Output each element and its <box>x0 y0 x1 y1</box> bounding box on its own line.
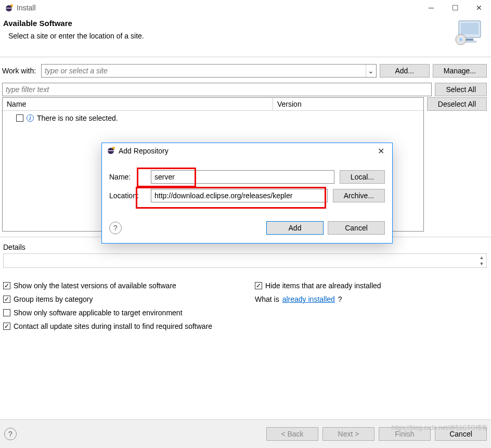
svg-rect-11 <box>108 150 114 151</box>
dialog-add-button[interactable]: Add <box>266 221 324 235</box>
finish-button[interactable]: Finish <box>379 427 431 441</box>
work-with-combo[interactable]: ⌄ <box>41 64 377 78</box>
dialog-help-icon[interactable]: ? <box>109 222 122 234</box>
wizard-header: Available Software Select a site or ente… <box>0 16 491 57</box>
checkbox-contact[interactable] <box>3 323 10 330</box>
cancel-button[interactable]: Cancel <box>435 427 487 441</box>
dialog-titlebar[interactable]: Add Repository ✕ <box>102 143 392 159</box>
checkbox-group-category[interactable] <box>3 296 10 303</box>
svg-rect-5 <box>466 39 473 41</box>
add-repository-dialog: Add Repository ✕ Name: Local... Location… <box>101 143 393 244</box>
window-titlebar: Install ─ ☐ ✕ <box>0 0 491 16</box>
options-grid: Show only the latest versions of availab… <box>0 268 491 335</box>
minimize-button[interactable]: ─ <box>419 0 443 16</box>
page-subtitle: Select a site or enter the location of a… <box>8 32 144 40</box>
name-label: Name: <box>109 173 146 181</box>
checkbox-latest[interactable] <box>3 282 10 289</box>
column-name[interactable]: Name <box>3 98 273 110</box>
eclipse-icon <box>107 146 115 156</box>
info-icon: i <box>27 114 34 122</box>
table-row: i There is no site selected. <box>7 114 419 122</box>
location-input[interactable] <box>151 189 328 202</box>
empty-message: There is no site selected. <box>37 114 118 122</box>
add-site-button[interactable]: Add... <box>380 64 430 78</box>
checkbox-hide-installed[interactable] <box>255 282 262 289</box>
manage-sites-button[interactable]: Manage... <box>433 64 487 78</box>
label-applicable: Show only software applicable to target … <box>14 309 183 317</box>
name-input[interactable] <box>151 170 334 184</box>
label-group-category: Group items by category <box>14 295 93 303</box>
page-title: Available Software <box>3 19 144 28</box>
column-version[interactable]: Version <box>273 98 423 110</box>
location-label: Location: <box>109 191 146 200</box>
wizard-button-bar: ? < Back Next > Finish Cancel <box>0 419 491 448</box>
row-checkbox[interactable] <box>16 114 23 122</box>
svg-point-8 <box>459 38 462 41</box>
label-contact: Contact all update sites during install … <box>14 322 212 330</box>
svg-rect-2 <box>6 8 12 8</box>
local-button[interactable]: Local... <box>340 170 385 184</box>
dialog-title: Add Repository <box>119 147 372 155</box>
filter-input[interactable] <box>2 83 432 96</box>
label-hide-installed: Hide items that are already installed <box>265 281 381 290</box>
what-is-installed: What is already installed ? <box>255 295 486 303</box>
next-button[interactable]: Next > <box>322 427 374 441</box>
maximize-button[interactable]: ☐ <box>443 0 467 16</box>
chevron-down-icon[interactable]: ⌄ <box>366 65 376 77</box>
dialog-close-button[interactable]: ✕ <box>372 146 389 156</box>
svg-rect-4 <box>461 23 479 34</box>
dialog-cancel-button[interactable]: Cancel <box>328 221 385 235</box>
deselect-all-button[interactable]: Deselect All <box>427 97 487 111</box>
details-stepper[interactable]: ▲▼ <box>477 254 486 267</box>
table-header: Name Version <box>3 98 423 111</box>
work-with-input[interactable] <box>42 65 366 77</box>
work-with-row: Work with: ⌄ Add... Manage... <box>0 58 491 83</box>
install-banner-icon <box>455 19 485 47</box>
label-latest: Show only the latest versions of availab… <box>14 281 176 290</box>
already-installed-link[interactable]: already installed <box>282 295 335 303</box>
select-all-button[interactable]: Select All <box>435 83 487 96</box>
details-label: Details <box>3 243 487 251</box>
close-button[interactable]: ✕ <box>467 0 491 16</box>
details-text[interactable]: ▲▼ <box>3 253 487 268</box>
window-title: Install <box>17 4 419 12</box>
archive-button[interactable]: Archive... <box>333 189 385 202</box>
help-icon[interactable]: ? <box>4 428 17 440</box>
checkbox-applicable[interactable] <box>3 309 10 316</box>
back-button[interactable]: < Back <box>266 427 318 441</box>
work-with-label: Work with: <box>2 67 36 75</box>
eclipse-icon <box>5 4 14 12</box>
